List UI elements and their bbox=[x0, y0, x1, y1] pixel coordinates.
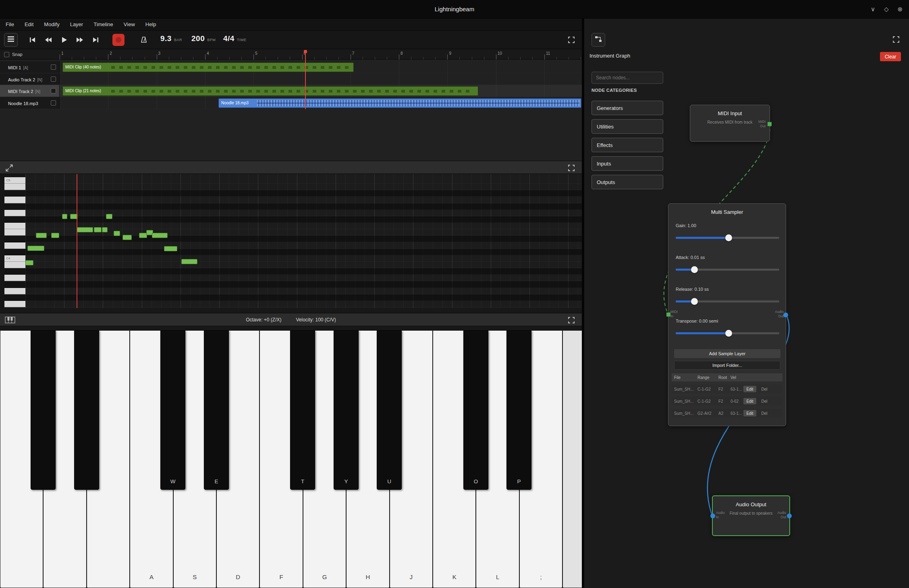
audio-out-port[interactable] bbox=[787, 513, 792, 518]
track-checkbox[interactable] bbox=[51, 77, 56, 82]
category-effects[interactable]: Effects bbox=[591, 138, 663, 152]
midi-note[interactable] bbox=[139, 233, 147, 238]
roll-key[interactable]: C5 bbox=[4, 177, 25, 184]
roll-key[interactable] bbox=[4, 281, 25, 288]
window-close-icon[interactable]: ⊗ bbox=[897, 6, 903, 13]
roll-key[interactable] bbox=[4, 184, 25, 190]
slider-handle[interactable] bbox=[691, 266, 698, 273]
record-button[interactable] bbox=[112, 34, 125, 46]
midi-note[interactable] bbox=[106, 214, 112, 219]
node-midi-input[interactable]: MIDI Input Receives MIDI from track MIDI… bbox=[690, 105, 770, 142]
window-minimize-icon[interactable]: ∨ bbox=[871, 6, 875, 13]
graph-view-button[interactable] bbox=[591, 33, 605, 47]
midi-note[interactable] bbox=[181, 259, 197, 264]
node-multi-sampler[interactable]: Multi Sampler Gain: 1.00Attack: 0.01 ssR… bbox=[668, 203, 786, 426]
midi-out-port[interactable] bbox=[768, 122, 772, 126]
roll-key[interactable] bbox=[4, 242, 25, 249]
node-audio-output[interactable]: Audio Output Final output to speakers Au… bbox=[712, 495, 790, 536]
slider-handle[interactable] bbox=[725, 234, 732, 241]
roll-key[interactable] bbox=[4, 223, 25, 229]
midi-in-port[interactable] bbox=[666, 313, 670, 317]
roll-key[interactable] bbox=[4, 236, 25, 242]
midi-note[interactable] bbox=[102, 227, 108, 232]
black-key[interactable]: T bbox=[290, 330, 315, 490]
black-key[interactable]: O bbox=[463, 330, 488, 490]
midi-note[interactable] bbox=[94, 227, 102, 232]
midi-note[interactable] bbox=[164, 246, 177, 251]
add-sample-layer-button[interactable]: Add Sample Layer bbox=[674, 349, 780, 358]
roll-grid[interactable] bbox=[25, 174, 582, 308]
roll-key[interactable] bbox=[4, 197, 25, 203]
slider-track[interactable] bbox=[676, 332, 779, 334]
menu-timeline[interactable]: Timeline bbox=[93, 21, 113, 27]
black-key[interactable]: Y bbox=[334, 330, 359, 490]
menu-layer[interactable]: Layer bbox=[70, 21, 83, 27]
node-search-input[interactable] bbox=[591, 72, 663, 84]
black-key[interactable]: W bbox=[160, 330, 185, 490]
timeline-fullscreen-button[interactable] bbox=[566, 34, 577, 46]
menu-view[interactable]: View bbox=[124, 21, 135, 27]
sample-delete-button[interactable]: Del bbox=[759, 398, 770, 404]
black-key[interactable]: U bbox=[377, 330, 402, 490]
category-outputs[interactable]: Outputs bbox=[591, 175, 663, 189]
category-generators[interactable]: Generators bbox=[591, 101, 663, 115]
roll-key[interactable] bbox=[4, 216, 25, 223]
graph-fullscreen-button[interactable] bbox=[890, 34, 902, 45]
black-key[interactable]: P bbox=[506, 330, 531, 490]
audio-in-port[interactable] bbox=[710, 513, 715, 518]
fast-forward-button[interactable] bbox=[74, 33, 86, 47]
roll-key[interactable] bbox=[4, 294, 25, 301]
keyboard-fullscreen-button[interactable] bbox=[566, 315, 577, 326]
menu-help[interactable]: Help bbox=[145, 21, 156, 27]
menu-modify[interactable]: Modify bbox=[44, 21, 59, 27]
slider-handle[interactable] bbox=[725, 330, 732, 337]
piano-roll-fullscreen-button[interactable] bbox=[566, 162, 577, 174]
track-checkbox[interactable] bbox=[51, 64, 56, 70]
timeline-playhead[interactable] bbox=[305, 50, 306, 109]
sample-delete-button[interactable]: Del bbox=[759, 386, 770, 392]
roll-key[interactable] bbox=[4, 262, 25, 268]
roll-key[interactable] bbox=[4, 275, 25, 281]
midi-note[interactable] bbox=[36, 233, 47, 238]
sample-edit-button[interactable]: Edit bbox=[743, 410, 756, 416]
roll-key[interactable] bbox=[4, 210, 25, 216]
track-checkbox[interactable] bbox=[51, 88, 56, 93]
midi-note[interactable] bbox=[114, 231, 120, 236]
rewind-button[interactable] bbox=[42, 33, 54, 47]
slider-track[interactable] bbox=[676, 237, 779, 239]
white-key[interactable] bbox=[562, 330, 582, 588]
midi-note[interactable] bbox=[152, 233, 168, 238]
category-inputs[interactable]: Inputs bbox=[591, 156, 663, 171]
audio-clip[interactable]: Noodle 18.mp3 bbox=[218, 98, 581, 108]
roll-key[interactable] bbox=[4, 229, 25, 236]
midi-clip[interactable]: MIDI Clip (40 notes) bbox=[62, 62, 354, 72]
track-row[interactable]: Audio Track 2[N] bbox=[0, 73, 582, 85]
timeline-ruler[interactable]: Snap 1234567891011 bbox=[0, 49, 582, 60]
black-key[interactable] bbox=[74, 330, 99, 490]
window-maximize-icon[interactable]: ◇ bbox=[884, 6, 889, 13]
roll-playhead[interactable] bbox=[77, 174, 77, 308]
midi-note[interactable] bbox=[25, 260, 33, 265]
roll-key[interactable] bbox=[4, 288, 25, 294]
black-key[interactable]: E bbox=[204, 330, 229, 490]
skip-to-end-button[interactable] bbox=[89, 33, 102, 47]
metronome-button[interactable] bbox=[138, 33, 150, 47]
roll-key[interactable] bbox=[4, 203, 25, 210]
roll-key[interactable] bbox=[4, 268, 25, 275]
midi-note[interactable] bbox=[122, 235, 132, 240]
midi-clip[interactable]: MIDI Clip (21 notes) bbox=[62, 86, 478, 96]
expand-roll-icon[interactable] bbox=[5, 164, 14, 172]
sample-edit-button[interactable]: Edit bbox=[743, 398, 756, 404]
menu-file[interactable]: File bbox=[6, 21, 14, 27]
audio-out-port[interactable] bbox=[783, 313, 788, 317]
midi-note[interactable] bbox=[77, 227, 93, 232]
slider-handle[interactable] bbox=[691, 298, 698, 305]
import-folder-button[interactable]: Import Folder... bbox=[674, 361, 780, 370]
midi-note[interactable] bbox=[51, 233, 59, 238]
menu-edit[interactable]: Edit bbox=[25, 21, 33, 27]
midi-note[interactable] bbox=[62, 214, 67, 219]
skip-to-start-button[interactable] bbox=[27, 33, 39, 47]
roll-key[interactable] bbox=[4, 301, 25, 307]
snap-checkbox[interactable] bbox=[4, 52, 9, 57]
timeline-tool-button[interactable] bbox=[4, 33, 18, 47]
